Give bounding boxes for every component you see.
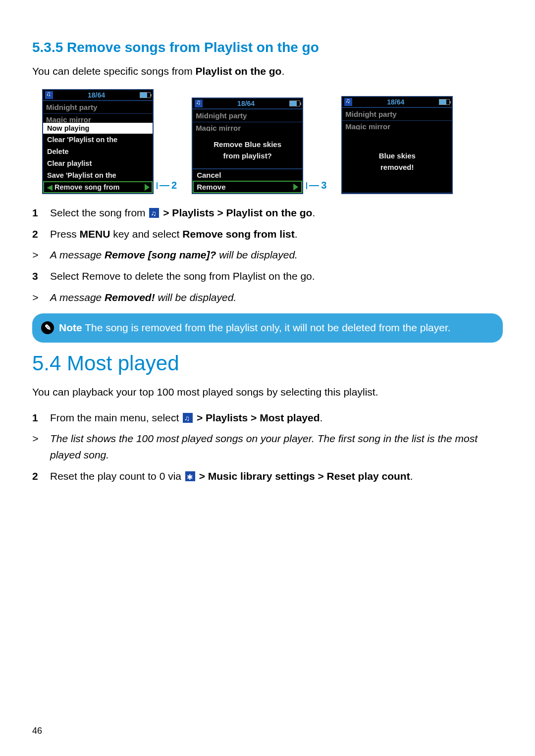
menu-save-potg[interactable]: Save 'Playlist on the	[43, 169, 153, 181]
step-1-text: From the main menu, select > Playlists >…	[50, 410, 503, 426]
note-body: The song is removed from the playlist on…	[82, 322, 451, 333]
list-row-magic: Magic mirror	[43, 114, 153, 123]
header-count: 18/64	[387, 98, 404, 106]
menu-clear-potg[interactable]: Clear 'Playlist on the	[43, 134, 153, 146]
arrow-right-icon	[293, 184, 298, 191]
menu-clear-playlist[interactable]: Clear playlist	[43, 157, 153, 169]
device-header: 18/64	[193, 99, 302, 109]
list-row-magic: Magic mirror	[193, 122, 302, 131]
context-menu: Now playing Clear 'Playlist on the Delet…	[43, 123, 153, 193]
t: key and select	[110, 228, 182, 240]
callout-3-num: 3	[321, 180, 326, 191]
t: > Playlists > Most played	[194, 412, 320, 423]
steps-535: 1 Select the song from > Playlists > Pla…	[32, 205, 503, 305]
menu-remove-song[interactable]: ◀ Remove song from	[43, 181, 153, 193]
dialog-line1: Blue skies	[346, 151, 448, 162]
intro-bold: Playlist on the go	[196, 65, 282, 77]
result-2-text: A message Removed! will be displayed.	[50, 290, 503, 306]
note-label: Note	[59, 322, 82, 333]
heading-535: 5.3.5 Remove songs from Playlist on the …	[32, 40, 503, 55]
intro-54: You can playback your top 100 most playe…	[32, 385, 503, 399]
step-num-2: 2	[32, 468, 41, 485]
dialog-line1: Remove Blue skies	[197, 139, 298, 151]
dialog-line2: from playlist?	[197, 151, 298, 162]
step-num-1: 1	[32, 205, 41, 221]
t: will be displayed.	[155, 292, 237, 303]
note-icon: ✎	[41, 321, 54, 334]
page-number: 46	[32, 726, 42, 736]
steps-54: 1 From the main menu, select > Playlists…	[32, 410, 503, 484]
step-1-text: Select the song from > Playlists > Playl…	[50, 205, 503, 221]
device-screen-2: 18/64 Midnight party Magic mirror Remove…	[192, 98, 303, 194]
step-num-3: 3	[32, 268, 41, 285]
music-note-icon	[45, 91, 53, 99]
t: Remove song from list	[182, 228, 294, 240]
t: will be displayed.	[216, 249, 298, 260]
t: Remove [song name]?	[105, 249, 216, 260]
music-icon	[183, 413, 193, 423]
list-row-midnight: Midnight party	[342, 108, 452, 121]
battery-icon	[439, 99, 450, 105]
removed-dialog: Blue skies removed!	[342, 130, 452, 193]
list-row-midnight: Midnight party	[43, 101, 153, 114]
menu-now-playing[interactable]: Now playing	[43, 123, 153, 134]
note-box: ✎ Note The song is removed from the play…	[32, 313, 503, 342]
device-header: 18/64	[342, 97, 452, 108]
step-num-1: 1	[32, 410, 41, 426]
dialog-line2: removed!	[346, 162, 448, 173]
intro-pre: You can delete specific songs from	[32, 65, 196, 77]
result-text: The list shows the 100 most played songs…	[50, 431, 503, 463]
t: From the main menu, select	[50, 412, 182, 423]
t: .	[320, 412, 323, 423]
callout-2-num: 2	[171, 180, 177, 191]
header-count: 18/64	[237, 100, 255, 107]
header-count: 18/64	[88, 91, 105, 99]
settings-icon	[185, 471, 195, 481]
note-text: Note The song is removed from the playli…	[59, 320, 451, 335]
confirm-dialog: Remove Blue skies from playlist?	[193, 131, 302, 169]
device-screen-1: 18/64 Midnight party Magic mirror Now pl…	[42, 89, 154, 194]
step-2-text: Reset the play count to 0 via > Music li…	[50, 468, 503, 485]
t: MENU	[80, 228, 110, 240]
callout-3: 3	[306, 180, 326, 194]
battery-icon	[140, 92, 151, 98]
device-header: 18/64	[43, 90, 153, 101]
t: .	[312, 207, 315, 218]
t: .	[295, 228, 298, 240]
music-note-icon	[344, 98, 352, 106]
screen-1-wrap: 18/64 Midnight party Magic mirror Now pl…	[42, 89, 177, 194]
arrow-left-icon: ◀	[47, 183, 53, 191]
menu-delete[interactable]: Delete	[43, 146, 153, 157]
result-1-text: A message Remove [song name]? will be di…	[50, 247, 503, 263]
t: > Music library settings > Reset play co…	[196, 470, 410, 482]
device-screen-3: 18/64 Midnight party Magic mirror Blue s…	[341, 96, 453, 194]
result-marker: >	[32, 290, 41, 306]
t: A message	[50, 249, 105, 260]
step-2-text: Press MENU key and select Remove song fr…	[50, 226, 503, 243]
result-marker: >	[32, 247, 41, 263]
remove-button[interactable]: Remove	[193, 181, 302, 193]
intro-535: You can delete specific songs from Playl…	[32, 64, 503, 78]
cancel-button[interactable]: Cancel	[193, 169, 302, 181]
music-note-icon	[195, 100, 203, 107]
heading-54: 5.4 Most played	[32, 352, 503, 375]
t: Removed!	[105, 292, 155, 303]
remove-label: Remove	[197, 183, 225, 191]
battery-icon	[289, 101, 300, 106]
step-3-text: Select Remove to delete the song from Pl…	[50, 268, 503, 285]
screen-3-wrap: 18/64 Midnight party Magic mirror Blue s…	[341, 89, 453, 194]
t: Press	[50, 228, 80, 240]
intro-post: .	[281, 65, 284, 77]
menu-remove-label: Remove song from	[54, 183, 119, 191]
callout-2: 2	[157, 180, 177, 194]
music-icon	[149, 208, 159, 218]
step-num-2: 2	[32, 226, 41, 243]
result-marker: >	[32, 431, 41, 463]
t: > Playlists > Playlist on the go	[160, 207, 312, 218]
screenshot-row: 18/64 Midnight party Magic mirror Now pl…	[42, 89, 503, 194]
t: .	[410, 470, 413, 482]
t: A message	[50, 292, 105, 303]
list-row-midnight: Midnight party	[193, 109, 302, 122]
t: Select the song from	[50, 207, 148, 218]
list-row-magic: Magic mirror	[342, 121, 452, 130]
